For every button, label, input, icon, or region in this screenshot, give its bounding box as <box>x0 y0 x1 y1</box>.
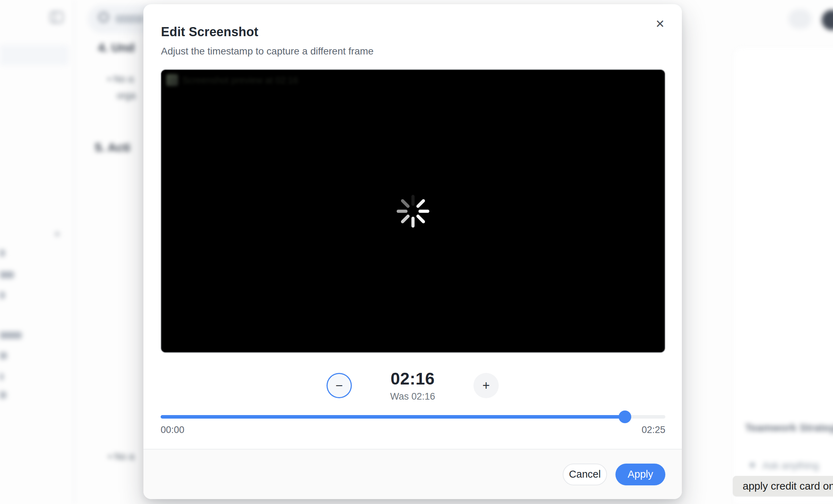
dialog-subtitle: Adjust the timestamp to capture a differ… <box>161 46 664 57</box>
sidebar-item-fragment <box>0 392 6 399</box>
timestamp-controls: − 02:16 Was 02:16 + <box>143 369 682 402</box>
slider-start-label: 00:00 <box>161 425 185 435</box>
timestamp-value: 02:16 <box>372 369 453 388</box>
doc-heading-5: 5. Acti <box>95 141 130 154</box>
edit-screenshot-dialog: ✕ Edit Screenshot Adjust the timestamp t… <box>143 4 682 499</box>
broken-image-icon <box>166 74 178 86</box>
sidebar-item-fragment <box>0 271 14 278</box>
slider-fill <box>161 415 625 419</box>
ask-anything-label: Ask anything <box>762 460 819 471</box>
sidebar-item-fragment <box>0 352 7 359</box>
avatar <box>822 10 833 30</box>
timestamp-was: Was 02:16 <box>372 391 453 402</box>
search-icon <box>98 12 109 22</box>
timestamp-slider[interactable] <box>161 412 665 422</box>
sidebar-item-fragment <box>0 373 4 380</box>
preview-alt-text: Screenshot preview at 02:16 <box>182 75 298 86</box>
increment-button[interactable]: + <box>473 373 499 398</box>
sidebar-toggle-icon <box>50 11 63 23</box>
query-tooltip-text: apply credit card onlin <box>743 480 833 492</box>
dialog-footer: Cancel Apply <box>143 449 682 499</box>
sidebar-active-item <box>0 45 69 65</box>
screen: + 4. Und • No a orga 5. Acti • No a Team… <box>0 0 833 504</box>
sidebar-item-fragment <box>0 250 5 257</box>
doc-bullet: • No a <box>108 74 134 85</box>
frame-preview: Screenshot preview at 02:16 <box>161 69 665 353</box>
sidebar-add-icon: + <box>51 228 63 240</box>
cancel-button[interactable]: Cancel <box>563 464 607 485</box>
close-icon[interactable]: ✕ <box>652 15 669 32</box>
query-tooltip: apply credit card onlin <box>733 476 833 496</box>
doc-bullet: • No a <box>108 451 134 462</box>
panel-title: Teamwork Strategi <box>745 422 833 434</box>
sparkle-icon: ✦ <box>748 459 757 471</box>
apply-button[interactable]: Apply <box>615 464 665 485</box>
decrement-button[interactable]: − <box>327 373 352 398</box>
timestamp-block: 02:16 Was 02:16 <box>372 369 453 402</box>
preview-alt-row: Screenshot preview at 02:16 <box>166 74 298 86</box>
dialog-title: Edit Screenshot <box>161 25 664 39</box>
sidebar-divider <box>74 0 75 504</box>
loading-spinner-icon <box>396 194 430 228</box>
slider-end-label: 02:25 <box>641 425 665 435</box>
topbar-button <box>788 9 812 29</box>
sidebar-item-fragment <box>0 332 22 339</box>
ask-anything-row: ✦Ask anything <box>748 459 819 471</box>
right-panel <box>734 47 833 504</box>
slider-thumb[interactable] <box>619 411 631 423</box>
sidebar-item-fragment <box>0 292 5 299</box>
slider-labels: 00:00 02:25 <box>161 425 665 435</box>
search-text-blob <box>115 15 144 23</box>
doc-bullet: orga <box>117 90 136 101</box>
doc-heading-4: 4. Und <box>98 41 135 54</box>
